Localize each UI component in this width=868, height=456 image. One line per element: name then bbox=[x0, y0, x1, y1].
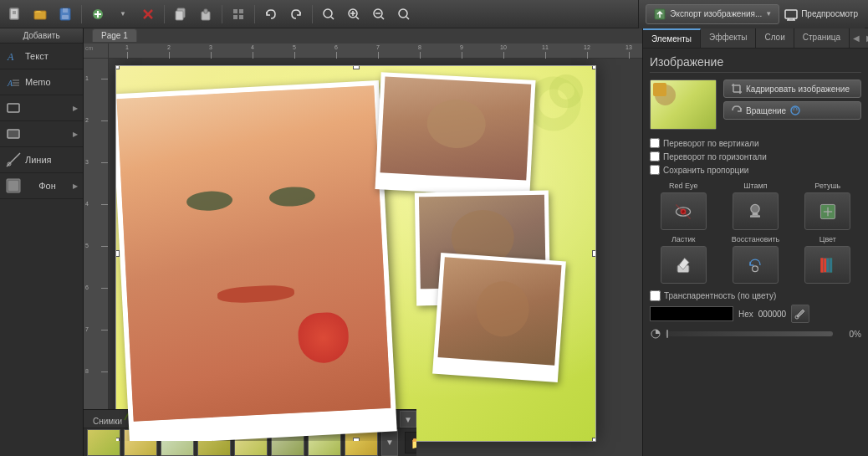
tool-line[interactable]: Линия bbox=[0, 147, 83, 173]
tool-text[interactable]: A Текст bbox=[0, 44, 83, 69]
svg-line-67 bbox=[677, 204, 691, 218]
handle-br[interactable] bbox=[592, 438, 596, 442]
copy-button[interactable] bbox=[169, 3, 192, 26]
eraser-label: Ластик bbox=[671, 235, 696, 243]
zoom-100-button[interactable] bbox=[392, 3, 416, 26]
rotate-button[interactable]: Вращение bbox=[723, 101, 861, 120]
eraser-button[interactable] bbox=[661, 246, 707, 284]
tool-cell-eraser: Ластик bbox=[650, 235, 717, 284]
keep-ratio-row: Сохранить пропорции bbox=[650, 165, 861, 175]
stamp-button[interactable] bbox=[733, 192, 779, 230]
page-tab[interactable]: Page 1 bbox=[92, 28, 137, 42]
opacity-slider[interactable] bbox=[665, 331, 833, 336]
undo-button[interactable] bbox=[259, 3, 283, 26]
canvas-area: Page 1 cm .h-tick-major { position:absol… bbox=[84, 28, 642, 456]
tool-memo[interactable]: A Memo bbox=[0, 69, 83, 95]
tab-elements[interactable]: Элементы bbox=[643, 28, 701, 48]
preview-button[interactable]: Предпросмотр bbox=[784, 8, 858, 21]
svg-rect-18 bbox=[233, 15, 237, 19]
tool-shape2[interactable]: ▶ bbox=[0, 121, 83, 147]
canvas-frame[interactable] bbox=[115, 65, 596, 442]
layout-button[interactable] bbox=[227, 3, 250, 26]
folder-icon: 📁 bbox=[411, 436, 416, 449]
svg-line-27 bbox=[381, 17, 384, 19]
zoom-out-button[interactable] bbox=[367, 3, 391, 26]
color-label: Цвет bbox=[819, 235, 836, 243]
photo-stamp-4[interactable] bbox=[432, 253, 566, 382]
bottom-scroll-right[interactable]: ▼ bbox=[400, 411, 416, 428]
photo-stamp-2[interactable] bbox=[375, 72, 535, 197]
main-photo-stamp[interactable] bbox=[115, 80, 397, 442]
bg-arrow: ▶ bbox=[73, 182, 78, 190]
restore-button[interactable] bbox=[733, 246, 779, 284]
tab-nav-arrows: ◀ ▶ bbox=[850, 28, 868, 48]
eye-dropper-button[interactable] bbox=[791, 305, 809, 323]
svg-rect-46 bbox=[8, 181, 18, 191]
image-actions: Кадрировать изображение Вращение bbox=[723, 79, 861, 120]
red-eye-button[interactable] bbox=[661, 192, 707, 230]
paste-button[interactable] bbox=[194, 3, 217, 26]
crop-button[interactable]: Кадрировать изображение bbox=[723, 79, 861, 98]
color-swatch[interactable] bbox=[650, 306, 733, 321]
flip-h-checkbox[interactable] bbox=[650, 151, 660, 161]
handle-ml[interactable] bbox=[115, 250, 120, 257]
tab-layers[interactable]: Слои bbox=[756, 28, 794, 48]
flip-v-checkbox[interactable] bbox=[650, 138, 660, 148]
ruler-corner: cm bbox=[84, 44, 109, 59]
svg-rect-69 bbox=[753, 213, 758, 215]
handle-mr[interactable] bbox=[592, 250, 596, 257]
add-dropdown[interactable]: ▼ bbox=[111, 3, 135, 26]
svg-point-75 bbox=[753, 265, 758, 271]
ruler-horizontal: .h-tick-major { position:absolute; botto… bbox=[109, 44, 642, 59]
tools-grid: Red Eye Штамп bbox=[650, 182, 861, 284]
export-button[interactable]: Экспорт изображения... ▼ bbox=[646, 4, 779, 24]
svg-rect-16 bbox=[233, 9, 237, 13]
shape1-arrow: ▶ bbox=[73, 105, 78, 112]
tool-text-label: Текст bbox=[25, 51, 49, 61]
handle-tc[interactable] bbox=[353, 65, 360, 69]
retouch-button[interactable] bbox=[804, 192, 850, 230]
transparency-label: Транспарентность (по цвету) bbox=[664, 291, 776, 300]
separator-3 bbox=[222, 5, 222, 23]
tab-right-arrow[interactable]: ▶ bbox=[863, 33, 868, 43]
tool-bg-label: Фон bbox=[38, 181, 56, 191]
open-button[interactable] bbox=[28, 3, 52, 26]
add-button[interactable] bbox=[86, 3, 110, 26]
svg-rect-15 bbox=[204, 9, 207, 13]
handle-tr[interactable] bbox=[592, 65, 596, 69]
left-panel-title: Добавить bbox=[0, 28, 83, 44]
keep-ratio-checkbox[interactable] bbox=[650, 165, 660, 175]
tab-page[interactable]: Страница bbox=[794, 28, 850, 48]
tool-cell-restore: Восстановить bbox=[722, 235, 789, 284]
image-preview-row: Кадрировать изображение Вращение bbox=[650, 79, 861, 130]
memo-icon: A bbox=[5, 74, 22, 90]
new-button[interactable] bbox=[3, 3, 27, 26]
separator-2 bbox=[164, 5, 165, 23]
tab-left-arrow[interactable]: ◀ bbox=[850, 33, 863, 43]
zoom-in-button[interactable] bbox=[342, 3, 365, 26]
flip-v-row: Переворот по вертикали bbox=[650, 138, 861, 148]
tool-shape1[interactable]: ▶ bbox=[0, 95, 83, 121]
redo-button[interactable] bbox=[284, 3, 308, 26]
shape1-icon bbox=[5, 100, 22, 116]
tab-effects[interactable]: Эффекты bbox=[701, 28, 756, 48]
left-panel: Добавить A Текст A Memo bbox=[0, 28, 84, 456]
zoom-fit-button[interactable] bbox=[317, 3, 340, 26]
save-button[interactable] bbox=[54, 3, 77, 26]
color-picker-row: Hex 000000 bbox=[650, 305, 861, 323]
tool-bg[interactable]: Фон ▶ bbox=[0, 173, 83, 199]
image-thumbnail bbox=[650, 79, 717, 130]
svg-rect-17 bbox=[239, 9, 243, 13]
svg-rect-6 bbox=[62, 15, 69, 19]
transparency-checkbox[interactable] bbox=[650, 290, 661, 301]
opacity-value: 0% bbox=[836, 330, 861, 339]
svg-rect-41 bbox=[8, 104, 19, 112]
keep-ratio-label: Сохранить пропорции bbox=[663, 166, 748, 175]
thumb-bg-1[interactable] bbox=[87, 429, 120, 456]
color-button[interactable] bbox=[804, 246, 850, 284]
retouch-label: Ретушь bbox=[814, 182, 840, 190]
delete-button[interactable] bbox=[136, 3, 160, 26]
bottom-scroll-button[interactable]: ▼ bbox=[381, 429, 398, 456]
handle-tl[interactable] bbox=[115, 65, 120, 69]
hex-value: 000000 bbox=[758, 310, 786, 319]
